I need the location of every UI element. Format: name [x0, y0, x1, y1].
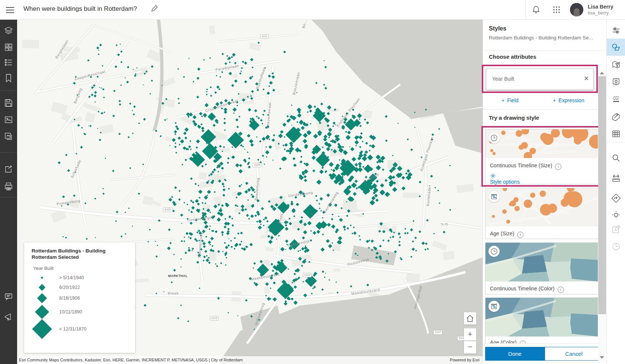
scroll-up-icon[interactable] — [600, 72, 604, 74]
style-card-label: Continuous Timeline (Color)i — [490, 286, 564, 293]
directions-icon[interactable] — [611, 193, 621, 203]
share-icon[interactable] — [4, 164, 13, 174]
add-field-button[interactable]: +Field — [501, 97, 519, 103]
toolbar-divider — [0, 197, 17, 197]
attribute-field-value: Year Built — [492, 76, 514, 82]
search-icon[interactable] — [611, 153, 621, 163]
zoom-in-button[interactable]: + — [464, 328, 476, 341]
panel-layer-subtitle: Rotterdam Buildings - Building Rotterdam… — [489, 35, 597, 41]
attribute-field-card[interactable]: Year Built ✕ — [486, 68, 594, 90]
style-thumbnail-choropleth — [485, 243, 598, 281]
coordinates-icon[interactable] — [611, 210, 621, 220]
diamond-symbol — [39, 284, 45, 291]
panel-footer: Done Cancel — [483, 343, 608, 364]
style-thumbnail-choropleth — [485, 298, 598, 336]
info-icon[interactable]: i — [555, 164, 561, 170]
plus-icon: + — [553, 97, 556, 103]
page-title: When were buildings built in Rotterdam? — [23, 5, 137, 13]
style-card-label: Continuous Timeline (Size)i — [490, 162, 561, 170]
time-icon — [611, 242, 621, 251]
layers-icon[interactable] — [4, 26, 13, 36]
age-badge-icon — [488, 191, 500, 202]
diamond-symbol — [37, 293, 47, 303]
powered-by-esri: Powered by Esri — [450, 356, 480, 364]
sketch-icon[interactable] — [611, 112, 621, 121]
drawing-style-heading: Try a drawing style — [489, 115, 539, 121]
toolbar-divider — [0, 90, 17, 91]
print-icon[interactable] — [4, 182, 13, 191]
app-header: When were buildings built in Rotterdam? … — [0, 0, 625, 20]
panel-divider — [483, 51, 604, 51]
style-options-button[interactable]: Style options — [490, 173, 520, 185]
style-thumbnail-bubbles — [485, 188, 598, 226]
attribution-text: Esri Community Maps Contributors, Kadast… — [19, 356, 243, 364]
popups-icon[interactable] — [611, 77, 621, 87]
style-card-continuous-timeline-size[interactable]: Continuous Timeline (Size)i Style option… — [485, 129, 599, 184]
user-name: Lisa Berry — [588, 4, 613, 10]
map-viewer-app: When were buildings built in Rotterdam? … — [0, 0, 625, 364]
styles-icon[interactable] — [611, 42, 621, 52]
style-card-age-color[interactable]: Age (Color)i — [485, 297, 599, 347]
style-thumbnail-bubbles — [485, 129, 598, 158]
map-attribution: Esri Community Maps Contributors, Kadast… — [17, 356, 483, 364]
info-icon[interactable]: i — [558, 287, 564, 293]
zoom-out-button[interactable]: − — [464, 341, 476, 354]
clock-badge-icon — [488, 246, 500, 257]
style-card-continuous-timeline-color[interactable]: Continuous Timeline (Color)i — [485, 242, 599, 294]
app-launcher-icon[interactable] — [552, 5, 561, 15]
save-icon[interactable] — [4, 98, 13, 108]
panel-scrollbar-thumb[interactable] — [598, 76, 606, 314]
properties-icon[interactable] — [611, 26, 621, 35]
legend-field-name: Year Built — [33, 265, 54, 271]
add-expression-button[interactable]: +Expression — [553, 97, 584, 103]
legend-layer-title: Rotterdam Buildings - Building Rotterdam… — [32, 248, 125, 260]
style-card-age-size[interactable]: Age (Size)i — [485, 188, 599, 239]
remove-attribute-icon[interactable]: ✕ — [584, 75, 589, 83]
toolbar-divider — [0, 152, 17, 153]
cancel-button[interactable]: Cancel — [545, 347, 603, 361]
notifications-bell-icon[interactable] — [531, 5, 541, 15]
style-card-label: Age (Size)i — [490, 231, 523, 238]
filter-icon[interactable] — [611, 60, 621, 70]
settings-toolbar: « — [606, 19, 625, 364]
plus-icon: + — [501, 97, 504, 103]
labels-icon[interactable] — [611, 94, 621, 104]
scroll-down-icon[interactable] — [600, 356, 604, 359]
diamond-symbol — [32, 319, 52, 339]
done-button[interactable]: Done — [485, 347, 545, 361]
basemap-icon[interactable] — [4, 42, 13, 52]
user-avatar[interactable] — [570, 3, 583, 16]
panel-title: Styles — [489, 25, 506, 32]
diamond-symbol — [41, 276, 43, 279]
menu-icon[interactable] — [5, 5, 15, 14]
feedback-megaphone-icon[interactable] — [4, 312, 13, 322]
styles-panel: Styles Rotterdam Buildings - Building Ro… — [483, 19, 610, 364]
measure-icon[interactable] — [611, 174, 621, 183]
duplicate-map-icon[interactable] — [4, 132, 13, 141]
legend-icon[interactable] — [4, 58, 13, 67]
toolbar-divider — [607, 142, 625, 143]
map-canvas[interactable]: BergselaanZaagmolenstraatBergwegParadijs… — [17, 19, 483, 364]
table-icon[interactable] — [611, 129, 621, 139]
comments-icon[interactable] — [4, 291, 13, 301]
edit-icon — [611, 225, 621, 234]
legend-card: Rotterdam Buildings - Building Rotterdam… — [24, 242, 135, 353]
edit-title-icon[interactable] — [151, 5, 158, 12]
diamond-symbol — [35, 305, 49, 319]
age-badge-icon — [488, 301, 500, 312]
bookmarks-icon[interactable] — [4, 73, 13, 83]
new-map-icon[interactable] — [4, 115, 13, 125]
info-icon[interactable]: i — [517, 232, 523, 238]
contents-toolbar — [0, 19, 17, 364]
clock-badge-icon — [488, 132, 500, 144]
user-handle: lisa_berry — [588, 10, 609, 16]
header-divider — [525, 0, 526, 19]
choose-attributes-heading: Choose attributes — [489, 54, 536, 60]
panel-divider — [483, 109, 604, 110]
default-extent-button[interactable] — [464, 312, 476, 325]
